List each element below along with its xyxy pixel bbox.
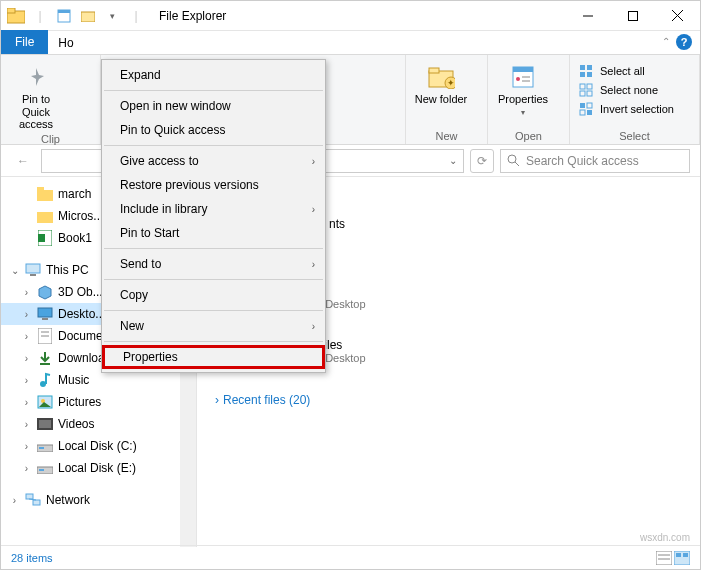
refresh-button[interactable]: ⟳	[470, 149, 494, 173]
ctx-properties[interactable]: Properties	[102, 345, 325, 369]
ctx-open-new-window[interactable]: Open in new window	[102, 94, 325, 118]
nav-back-button[interactable]: ←	[11, 149, 35, 173]
ctx-pin-start[interactable]: Pin to Start	[102, 221, 325, 245]
properties-icon	[509, 63, 537, 91]
ctx-separator	[104, 248, 323, 249]
chevron-right-icon: ›	[312, 156, 315, 167]
properties-button[interactable]: Properties ▾	[496, 59, 550, 117]
ribbon-group-select: Select all Select none Invert selection …	[570, 55, 700, 144]
svg-rect-22	[580, 84, 585, 89]
ribbon-group-clipboard: Pin to Quick access Clip	[1, 55, 101, 144]
select-none-button[interactable]: Select none	[578, 82, 674, 98]
pc-icon	[24, 261, 42, 279]
svg-rect-25	[587, 91, 592, 96]
search-box[interactable]: Search Quick access	[500, 149, 690, 173]
tree-item-pictures[interactable]: ›Pictures	[1, 391, 196, 413]
context-menu: Expand Open in new window Pin to Quick a…	[101, 59, 326, 373]
group-label: Select	[578, 128, 691, 142]
qat-properties-icon[interactable]	[53, 5, 75, 27]
ctx-separator	[104, 145, 323, 146]
search-icon	[507, 154, 520, 167]
svg-rect-14	[513, 67, 533, 72]
invert-selection-icon	[578, 101, 594, 117]
ctx-separator	[104, 90, 323, 91]
quick-access-toolbar: | ▾ |	[1, 5, 151, 27]
collapse-ribbon-icon[interactable]: ⌃	[662, 36, 670, 47]
svg-rect-4	[81, 12, 95, 22]
excel-icon	[36, 229, 54, 247]
ctx-restore[interactable]: Restore previous versions	[102, 173, 325, 197]
svg-rect-6	[628, 11, 637, 20]
svg-rect-34	[37, 212, 53, 223]
svg-rect-38	[30, 274, 36, 276]
tree-item-videos[interactable]: ›Videos	[1, 413, 196, 435]
disk-icon	[36, 437, 54, 455]
properties-label: Properties	[498, 93, 548, 106]
qat-newfolder-icon[interactable]	[77, 5, 99, 27]
help-icon[interactable]: ?	[676, 34, 692, 50]
invert-selection-button[interactable]: Invert selection	[578, 101, 674, 117]
pin-icon	[22, 63, 50, 91]
tree-item-local-e[interactable]: ›Local Disk (E:)	[1, 457, 196, 479]
svg-rect-68	[676, 553, 681, 557]
folder-icon	[36, 207, 54, 225]
ctx-new[interactable]: New›	[102, 314, 325, 338]
maximize-button[interactable]	[610, 1, 655, 30]
new-folder-button[interactable]: ✦ New folder	[414, 59, 468, 106]
thumbnails-view-icon	[674, 551, 690, 565]
close-button[interactable]	[655, 1, 700, 30]
pictures-icon	[36, 393, 54, 411]
svg-rect-27	[587, 103, 592, 108]
ribbon-group-open: Properties ▾ Open	[488, 55, 570, 144]
view-toggle[interactable]	[656, 551, 690, 565]
desktop-icon	[36, 305, 54, 323]
music-icon	[36, 371, 54, 389]
folder-icon	[36, 185, 54, 203]
collapse-icon[interactable]: ⌄	[9, 265, 20, 276]
svg-rect-69	[683, 553, 688, 557]
tree-item-network[interactable]: ›Network	[1, 489, 196, 511]
ctx-pin-quick[interactable]: Pin to Quick access	[102, 118, 325, 142]
minimize-button[interactable]	[565, 1, 610, 30]
ctx-send-to[interactable]: Send to›	[102, 252, 325, 276]
chevron-down-icon[interactable]: ⌄	[449, 155, 457, 166]
pin-to-quick-access-button[interactable]: Pin to Quick access	[9, 59, 63, 131]
ctx-expand[interactable]: Expand	[102, 63, 325, 87]
svg-rect-52	[39, 447, 44, 449]
svg-rect-40	[38, 308, 52, 317]
ribbon-tabs: File Ho ⌃ ?	[1, 31, 700, 55]
tree-item-local-c[interactable]: ›Local Disk (C:)	[1, 435, 196, 457]
titlebar: | ▾ | File Explorer	[1, 1, 700, 31]
documents-icon	[36, 327, 54, 345]
recent-files-header[interactable]: › Recent files (20)	[215, 393, 682, 407]
ctx-copy[interactable]: Copy	[102, 283, 325, 307]
chevron-right-icon: ›	[215, 393, 219, 407]
svg-rect-23	[587, 84, 592, 89]
search-placeholder: Search Quick access	[526, 154, 639, 168]
svg-rect-26	[580, 103, 585, 108]
svg-rect-29	[587, 110, 592, 115]
svg-point-15	[516, 77, 520, 81]
svg-rect-1	[7, 8, 15, 13]
qat-dropdown-icon[interactable]: ▾	[101, 5, 123, 27]
explorer-icon	[5, 5, 27, 27]
group-label: Clip	[9, 131, 92, 145]
svg-rect-41	[42, 318, 48, 320]
svg-rect-56	[33, 500, 40, 505]
status-bar: 28 items	[1, 545, 700, 569]
ctx-give-access[interactable]: Give access to›	[102, 149, 325, 173]
tab-home[interactable]: Ho	[48, 32, 83, 54]
chevron-right-icon: ›	[312, 259, 315, 270]
svg-rect-20	[580, 72, 585, 77]
svg-text:✦: ✦	[447, 78, 455, 88]
svg-rect-36	[38, 234, 45, 242]
select-all-button[interactable]: Select all	[578, 63, 674, 79]
group-label: New	[414, 128, 479, 142]
new-folder-icon: ✦	[427, 63, 455, 91]
ctx-include-library[interactable]: Include in library›	[102, 197, 325, 221]
tab-file[interactable]: File	[1, 30, 48, 54]
svg-rect-10	[429, 68, 439, 73]
svg-rect-21	[587, 72, 592, 77]
ctx-separator	[104, 341, 323, 342]
freq-item[interactable]: nts	[315, 213, 682, 245]
